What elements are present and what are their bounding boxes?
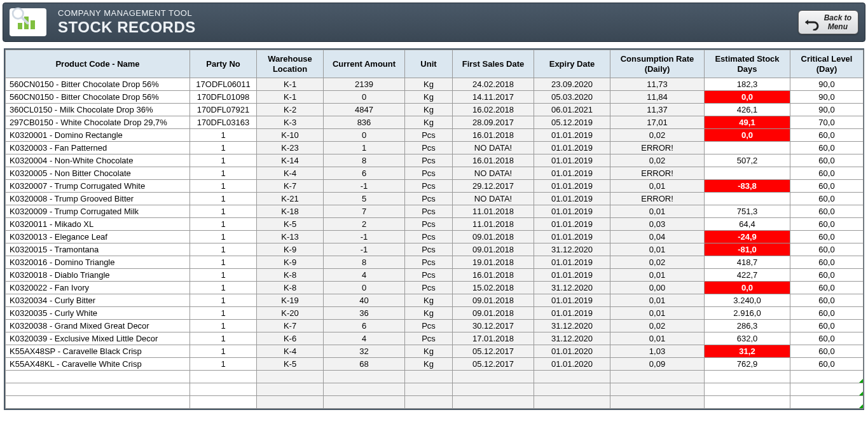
cell[interactable]: K-3 — [257, 116, 324, 129]
cell[interactable]: 17.01.2018 — [453, 332, 534, 345]
cell[interactable]: 422,7 — [705, 269, 790, 282]
cell[interactable] — [705, 193, 790, 205]
cell[interactable]: 0,01 — [610, 294, 705, 307]
cell[interactable]: Pcs — [405, 167, 453, 180]
cell[interactable]: 11,37 — [610, 104, 705, 116]
cell[interactable]: 7 — [324, 205, 405, 218]
cell[interactable]: 28.09.2017 — [453, 116, 534, 129]
cell[interactable]: Pcs — [405, 282, 453, 294]
cell[interactable]: 06.01.2021 — [534, 104, 610, 116]
cell[interactable]: 31.12.2020 — [534, 320, 610, 332]
cell[interactable]: Pcs — [405, 129, 453, 142]
cell[interactable]: 1 — [190, 358, 257, 371]
col-header[interactable]: Critical Level (Day) — [790, 50, 864, 78]
cell[interactable]: K0320015 - Tramontana — [6, 243, 190, 256]
cell[interactable]: 01.01.2020 — [534, 358, 610, 371]
cell[interactable]: 01.01.2019 — [534, 269, 610, 282]
cell[interactable]: K0320034 - Curly Bitter — [6, 294, 190, 307]
cell[interactable]: 01.01.2019 — [534, 256, 610, 269]
cell[interactable]: 60,0 — [790, 193, 864, 205]
table-row[interactable]: K0320003 - Fan Patterned1K-231PcsNO DATA… — [6, 142, 864, 154]
cell[interactable]: 1 — [190, 180, 257, 193]
cell[interactable]: 1 — [190, 218, 257, 231]
cell[interactable]: 1 — [190, 294, 257, 307]
cell[interactable]: 0,03 — [610, 218, 705, 231]
cell[interactable]: 60,0 — [790, 154, 864, 167]
cell[interactable]: 70,0 — [790, 116, 864, 129]
cell[interactable]: 0,01 — [610, 269, 705, 282]
cell[interactable]: 632,0 — [705, 332, 790, 345]
cell[interactable]: K-4 — [257, 345, 324, 358]
cell[interactable]: 418,7 — [705, 256, 790, 269]
cell[interactable] — [705, 167, 790, 180]
cell[interactable]: 60,0 — [790, 256, 864, 269]
cell[interactable]: K0320003 - Fan Patterned — [6, 142, 190, 154]
cell[interactable]: K-9 — [257, 256, 324, 269]
cell[interactable]: 60,0 — [790, 320, 864, 332]
cell[interactable]: K-6 — [257, 332, 324, 345]
cell[interactable]: K-7 — [257, 320, 324, 332]
cell[interactable]: 49,1 — [705, 116, 790, 129]
cell[interactable]: Pcs — [405, 256, 453, 269]
cell[interactable]: 836 — [324, 116, 405, 129]
cell[interactable]: 0,0 — [705, 129, 790, 142]
cell[interactable]: 1 — [190, 345, 257, 358]
cell[interactable]: 560CN0150 - Bitter Chocolate Drop 56% — [6, 78, 190, 91]
cell[interactable]: 05.12.2017 — [453, 345, 534, 358]
cell[interactable]: 17,01 — [610, 116, 705, 129]
cell[interactable]: 426,1 — [705, 104, 790, 116]
cell[interactable]: 2.916,0 — [705, 307, 790, 320]
cell[interactable]: 40 — [324, 294, 405, 307]
cell[interactable]: 560CN0150 - Bitter Chocolate Drop 56% — [6, 91, 190, 104]
cell[interactable]: 60,0 — [790, 307, 864, 320]
cell[interactable]: ERROR! — [610, 193, 705, 205]
cell[interactable]: NO DATA! — [453, 142, 534, 154]
table-row[interactable]: K0320001 - Domino Rectangle1K-100Pcs16.0… — [6, 129, 864, 142]
cell[interactable]: 2139 — [324, 78, 405, 91]
col-header[interactable]: Product Code - Name — [6, 50, 190, 78]
cell[interactable]: 0,02 — [610, 320, 705, 332]
cell[interactable]: 0,01 — [610, 205, 705, 218]
table-row-empty[interactable] — [6, 371, 864, 383]
cell[interactable]: K-23 — [257, 142, 324, 154]
cell[interactable]: 14.11.2017 — [453, 91, 534, 104]
cell[interactable]: 09.01.2018 — [453, 294, 534, 307]
cell[interactable]: NO DATA! — [453, 167, 534, 180]
cell[interactable]: 6 — [324, 167, 405, 180]
cell[interactable]: 4 — [324, 269, 405, 282]
cell[interactable]: 0,02 — [610, 154, 705, 167]
cell[interactable]: 1 — [324, 142, 405, 154]
cell[interactable]: 05.03.2020 — [534, 91, 610, 104]
cell[interactable]: K0320022 - Fan Ivory — [6, 282, 190, 294]
cell[interactable]: K-13 — [257, 231, 324, 243]
cell[interactable]: -81,0 — [705, 243, 790, 256]
cell[interactable]: 01.01.2019 — [534, 180, 610, 193]
cell[interactable]: K0320013 - Elegance Leaf — [6, 231, 190, 243]
cell[interactable]: 36 — [324, 307, 405, 320]
cell[interactable]: 0,02 — [610, 129, 705, 142]
cell[interactable]: Kg — [405, 307, 453, 320]
cell[interactable]: 1 — [190, 269, 257, 282]
col-header[interactable]: Warehouse Location — [257, 50, 324, 78]
cell[interactable] — [705, 142, 790, 154]
cell[interactable]: 0,09 — [610, 358, 705, 371]
cell[interactable]: 8 — [324, 256, 405, 269]
cell[interactable]: 32 — [324, 345, 405, 358]
cell[interactable]: 0,02 — [610, 256, 705, 269]
table-row[interactable]: K0320016 - Domino Triangle1K-98Pcs19.01.… — [6, 256, 864, 269]
col-header[interactable]: Party No — [190, 50, 257, 78]
cell[interactable]: K0320008 - Trump Grooved Bitter — [6, 193, 190, 205]
cell[interactable]: 0 — [324, 282, 405, 294]
cell[interactable]: K-8 — [257, 269, 324, 282]
cell[interactable]: 31,2 — [705, 345, 790, 358]
cell[interactable]: K-1 — [257, 78, 324, 91]
table-row[interactable]: K0320013 - Elegance Leaf1K-13-1Pcs09.01.… — [6, 231, 864, 243]
cell[interactable]: 01.01.2019 — [534, 142, 610, 154]
cell[interactable]: 1 — [190, 320, 257, 332]
cell[interactable]: Pcs — [405, 193, 453, 205]
cell[interactable]: 286,3 — [705, 320, 790, 332]
cell[interactable]: ERROR! — [610, 142, 705, 154]
cell[interactable]: 11.01.2018 — [453, 218, 534, 231]
cell[interactable]: 60,0 — [790, 167, 864, 180]
cell[interactable]: Pcs — [405, 154, 453, 167]
